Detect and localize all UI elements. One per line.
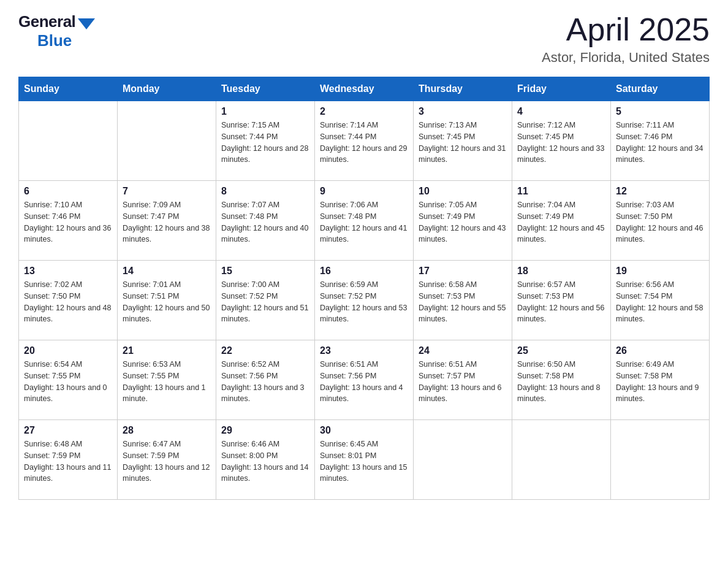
calendar-day-cell: 3Sunrise: 7:13 AMSunset: 7:45 PMDaylight… (414, 101, 512, 181)
location-subtitle: Astor, Florida, United States (542, 50, 710, 66)
day-info: Sunrise: 6:56 AMSunset: 7:54 PMDaylight:… (616, 279, 704, 325)
day-info: Sunrise: 7:10 AMSunset: 7:46 PMDaylight:… (24, 199, 112, 245)
day-number: 12 (616, 186, 704, 197)
calendar-week-row: 13Sunrise: 7:02 AMSunset: 7:50 PMDayligh… (19, 261, 710, 340)
day-number: 17 (419, 266, 507, 277)
col-saturday: Saturday (611, 77, 710, 101)
day-number: 7 (123, 186, 211, 197)
calendar-week-row: 1Sunrise: 7:15 AMSunset: 7:44 PMDaylight… (19, 101, 710, 181)
calendar-day-cell (512, 420, 611, 500)
calendar-header-row: Sunday Monday Tuesday Wednesday Thursday… (19, 77, 710, 101)
day-info: Sunrise: 6:51 AMSunset: 7:56 PMDaylight:… (320, 359, 408, 405)
page-header: General Blue April 2025 Astor, Florida, … (18, 12, 710, 66)
calendar-day-cell: 6Sunrise: 7:10 AMSunset: 7:46 PMDaylight… (19, 181, 118, 261)
day-info: Sunrise: 6:58 AMSunset: 7:53 PMDaylight:… (419, 279, 507, 325)
calendar-day-cell (19, 101, 118, 181)
calendar-day-cell: 10Sunrise: 7:05 AMSunset: 7:49 PMDayligh… (414, 181, 512, 261)
day-number: 5 (616, 106, 704, 117)
calendar-day-cell (414, 420, 512, 500)
calendar-week-row: 27Sunrise: 6:48 AMSunset: 7:59 PMDayligh… (19, 420, 710, 500)
calendar-day-cell: 11Sunrise: 7:04 AMSunset: 7:49 PMDayligh… (512, 181, 611, 261)
col-sunday: Sunday (19, 77, 118, 101)
day-number: 13 (24, 266, 112, 277)
day-number: 16 (320, 266, 408, 277)
title-area: April 2025 Astor, Florida, United States (542, 12, 710, 66)
month-title: April 2025 (542, 12, 710, 47)
calendar-day-cell: 12Sunrise: 7:03 AMSunset: 7:50 PMDayligh… (611, 181, 710, 261)
day-number: 29 (221, 425, 309, 436)
logo-arrow-icon (78, 18, 95, 29)
calendar-day-cell: 26Sunrise: 6:49 AMSunset: 7:58 PMDayligh… (611, 340, 710, 420)
day-number: 8 (221, 186, 309, 197)
logo: General Blue (18, 12, 95, 50)
calendar-day-cell: 29Sunrise: 6:46 AMSunset: 8:00 PMDayligh… (216, 420, 315, 500)
day-info: Sunrise: 6:48 AMSunset: 7:59 PMDaylight:… (24, 439, 112, 484)
day-number: 4 (517, 106, 605, 117)
calendar-day-cell: 2Sunrise: 7:14 AMSunset: 7:44 PMDaylight… (315, 101, 414, 181)
day-info: Sunrise: 6:57 AMSunset: 7:53 PMDaylight:… (517, 279, 605, 325)
col-tuesday: Tuesday (216, 77, 315, 101)
calendar-day-cell: 27Sunrise: 6:48 AMSunset: 7:59 PMDayligh… (19, 420, 118, 500)
calendar-day-cell: 8Sunrise: 7:07 AMSunset: 7:48 PMDaylight… (216, 181, 315, 261)
day-info: Sunrise: 6:53 AMSunset: 7:55 PMDaylight:… (123, 359, 211, 405)
day-info: Sunrise: 7:11 AMSunset: 7:46 PMDaylight:… (616, 120, 704, 166)
day-info: Sunrise: 7:04 AMSunset: 7:49 PMDaylight:… (517, 199, 605, 245)
day-number: 3 (419, 106, 507, 117)
calendar-day-cell: 9Sunrise: 7:06 AMSunset: 7:48 PMDaylight… (315, 181, 414, 261)
day-number: 11 (517, 186, 605, 197)
logo-blue-text: Blue (37, 31, 72, 50)
day-info: Sunrise: 7:02 AMSunset: 7:50 PMDaylight:… (24, 279, 112, 325)
day-info: Sunrise: 7:01 AMSunset: 7:51 PMDaylight:… (123, 279, 211, 325)
day-number: 14 (123, 266, 211, 277)
day-info: Sunrise: 6:52 AMSunset: 7:56 PMDaylight:… (221, 359, 309, 405)
day-info: Sunrise: 7:14 AMSunset: 7:44 PMDaylight:… (320, 120, 408, 166)
day-number: 15 (221, 266, 309, 277)
day-info: Sunrise: 7:09 AMSunset: 7:47 PMDaylight:… (123, 199, 211, 245)
calendar-day-cell: 17Sunrise: 6:58 AMSunset: 7:53 PMDayligh… (414, 261, 512, 340)
day-info: Sunrise: 6:59 AMSunset: 7:52 PMDaylight:… (320, 279, 408, 325)
day-number: 10 (419, 186, 507, 197)
day-number: 21 (123, 345, 211, 356)
col-wednesday: Wednesday (315, 77, 414, 101)
calendar-day-cell: 19Sunrise: 6:56 AMSunset: 7:54 PMDayligh… (611, 261, 710, 340)
calendar-day-cell: 14Sunrise: 7:01 AMSunset: 7:51 PMDayligh… (118, 261, 216, 340)
day-number: 23 (320, 345, 408, 356)
day-info: Sunrise: 6:51 AMSunset: 7:57 PMDaylight:… (419, 359, 507, 405)
day-info: Sunrise: 7:03 AMSunset: 7:50 PMDaylight:… (616, 199, 704, 245)
day-number: 6 (24, 186, 112, 197)
day-number: 30 (320, 425, 408, 436)
day-info: Sunrise: 7:13 AMSunset: 7:45 PMDaylight:… (419, 120, 507, 166)
day-info: Sunrise: 7:00 AMSunset: 7:52 PMDaylight:… (221, 279, 309, 325)
calendar-day-cell (118, 101, 216, 181)
day-number: 22 (221, 345, 309, 356)
calendar-day-cell: 15Sunrise: 7:00 AMSunset: 7:52 PMDayligh… (216, 261, 315, 340)
calendar-day-cell (611, 420, 710, 500)
day-number: 9 (320, 186, 408, 197)
calendar-day-cell: 1Sunrise: 7:15 AMSunset: 7:44 PMDaylight… (216, 101, 315, 181)
day-info: Sunrise: 7:15 AMSunset: 7:44 PMDaylight:… (221, 120, 309, 166)
day-number: 28 (123, 425, 211, 436)
col-monday: Monday (118, 77, 216, 101)
day-number: 20 (24, 345, 112, 356)
day-number: 26 (616, 345, 704, 356)
day-info: Sunrise: 6:45 AMSunset: 8:01 PMDaylight:… (320, 439, 408, 484)
day-number: 19 (616, 266, 704, 277)
calendar-day-cell: 21Sunrise: 6:53 AMSunset: 7:55 PMDayligh… (118, 340, 216, 420)
day-info: Sunrise: 7:06 AMSunset: 7:48 PMDaylight:… (320, 199, 408, 245)
col-thursday: Thursday (414, 77, 512, 101)
calendar-table: Sunday Monday Tuesday Wednesday Thursday… (18, 77, 710, 500)
day-number: 27 (24, 425, 112, 436)
day-number: 1 (221, 106, 309, 117)
calendar-day-cell: 5Sunrise: 7:11 AMSunset: 7:46 PMDaylight… (611, 101, 710, 181)
day-info: Sunrise: 6:49 AMSunset: 7:58 PMDaylight:… (616, 359, 704, 405)
col-friday: Friday (512, 77, 611, 101)
logo-general-text: General (18, 12, 75, 31)
day-number: 18 (517, 266, 605, 277)
day-number: 24 (419, 345, 507, 356)
day-info: Sunrise: 7:12 AMSunset: 7:45 PMDaylight:… (517, 120, 605, 166)
calendar-day-cell: 24Sunrise: 6:51 AMSunset: 7:57 PMDayligh… (414, 340, 512, 420)
day-info: Sunrise: 6:47 AMSunset: 7:59 PMDaylight:… (123, 439, 211, 484)
calendar-day-cell: 13Sunrise: 7:02 AMSunset: 7:50 PMDayligh… (19, 261, 118, 340)
calendar-week-row: 6Sunrise: 7:10 AMSunset: 7:46 PMDaylight… (19, 181, 710, 261)
calendar-day-cell: 20Sunrise: 6:54 AMSunset: 7:55 PMDayligh… (19, 340, 118, 420)
